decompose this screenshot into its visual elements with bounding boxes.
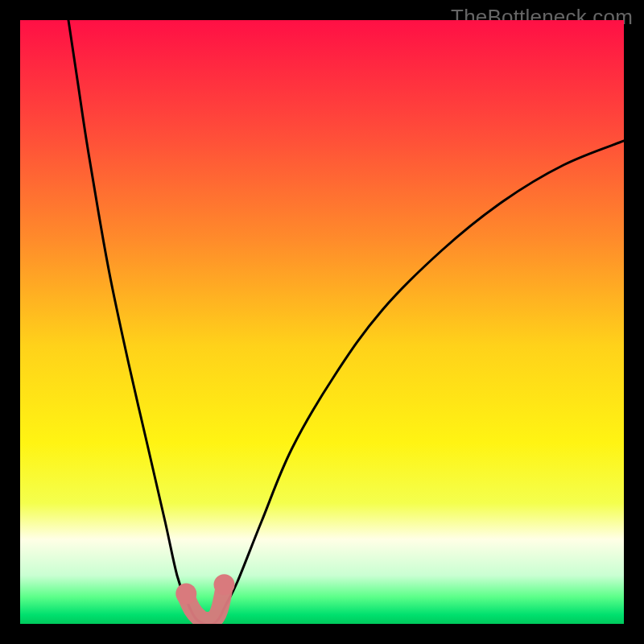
chart-frame: TheBottleneck.com — [0, 0, 644, 644]
highlight-dot — [175, 584, 196, 605]
bottleneck-plot — [20, 20, 624, 624]
highlight-dot — [214, 574, 235, 595]
gradient-background — [20, 20, 624, 624]
